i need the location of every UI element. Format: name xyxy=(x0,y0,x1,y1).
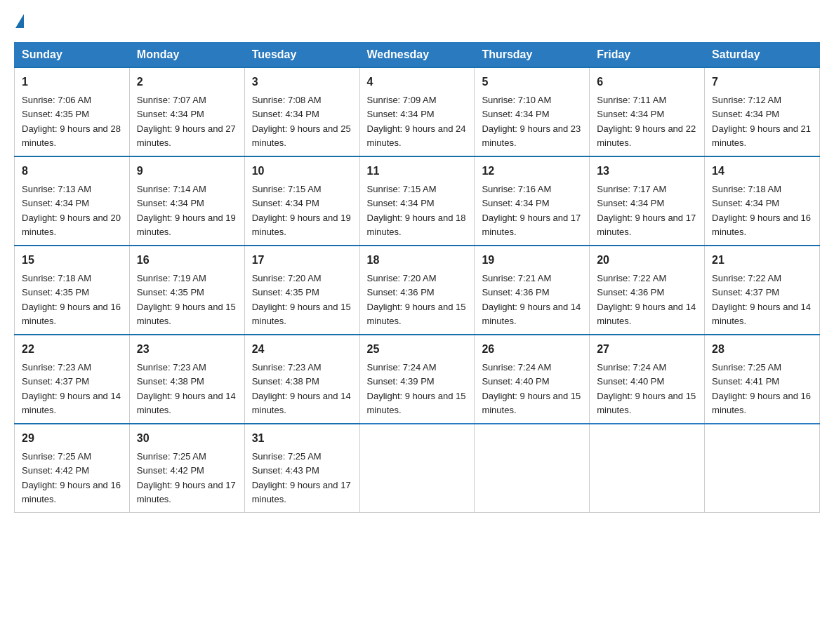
day-number: 17 xyxy=(252,252,352,269)
day-info: Sunrise: 7:25 AMSunset: 4:43 PMDaylight:… xyxy=(252,451,351,504)
week-row-4: 22Sunrise: 7:23 AMSunset: 4:37 PMDayligh… xyxy=(15,335,820,424)
day-cell-3: 3Sunrise: 7:08 AMSunset: 4:34 PMDaylight… xyxy=(244,67,359,156)
week-row-1: 1Sunrise: 7:06 AMSunset: 4:35 PMDaylight… xyxy=(15,67,820,156)
day-cell-17: 17Sunrise: 7:20 AMSunset: 4:35 PMDayligh… xyxy=(244,246,359,335)
day-info: Sunrise: 7:09 AMSunset: 4:34 PMDaylight:… xyxy=(367,95,466,148)
day-info: Sunrise: 7:18 AMSunset: 4:35 PMDaylight:… xyxy=(22,273,121,326)
day-number: 21 xyxy=(712,252,812,269)
day-cell-18: 18Sunrise: 7:20 AMSunset: 4:36 PMDayligh… xyxy=(359,246,475,335)
day-info: Sunrise: 7:22 AMSunset: 4:37 PMDaylight:… xyxy=(712,273,811,326)
day-cell-27: 27Sunrise: 7:24 AMSunset: 4:40 PMDayligh… xyxy=(590,335,705,424)
calendar-header-monday: Monday xyxy=(129,43,244,68)
day-number: 14 xyxy=(712,163,812,180)
day-cell-15: 15Sunrise: 7:18 AMSunset: 4:35 PMDayligh… xyxy=(15,246,130,335)
day-info: Sunrise: 7:17 AMSunset: 4:34 PMDaylight:… xyxy=(597,184,696,237)
empty-cell xyxy=(475,424,590,513)
week-row-5: 29Sunrise: 7:25 AMSunset: 4:42 PMDayligh… xyxy=(15,424,820,513)
calendar-header-saturday: Saturday xyxy=(705,43,820,68)
day-cell-11: 11Sunrise: 7:15 AMSunset: 4:34 PMDayligh… xyxy=(359,156,475,246)
day-info: Sunrise: 7:25 AMSunset: 4:42 PMDaylight:… xyxy=(137,451,236,504)
day-number: 3 xyxy=(252,74,352,90)
calendar-header-tuesday: Tuesday xyxy=(244,43,359,68)
day-info: Sunrise: 7:24 AMSunset: 4:40 PMDaylight:… xyxy=(482,362,581,415)
calendar-header-wednesday: Wednesday xyxy=(359,43,475,68)
logo-triangle-icon xyxy=(15,14,24,28)
day-info: Sunrise: 7:15 AMSunset: 4:34 PMDaylight:… xyxy=(367,184,466,237)
empty-cell xyxy=(590,424,705,513)
day-info: Sunrise: 7:25 AMSunset: 4:42 PMDaylight:… xyxy=(22,451,121,504)
day-number: 31 xyxy=(252,430,352,447)
day-info: Sunrise: 7:08 AMSunset: 4:34 PMDaylight:… xyxy=(252,95,351,148)
day-number: 7 xyxy=(712,74,812,90)
day-number: 11 xyxy=(367,163,468,180)
day-number: 4 xyxy=(367,74,468,90)
day-number: 30 xyxy=(137,430,237,447)
day-number: 24 xyxy=(252,341,352,358)
day-info: Sunrise: 7:20 AMSunset: 4:36 PMDaylight:… xyxy=(367,273,466,326)
day-number: 8 xyxy=(22,163,122,180)
calendar-table: SundayMondayTuesdayWednesdayThursdayFrid… xyxy=(14,42,820,513)
day-cell-21: 21Sunrise: 7:22 AMSunset: 4:37 PMDayligh… xyxy=(705,246,820,335)
day-cell-8: 8Sunrise: 7:13 AMSunset: 4:34 PMDaylight… xyxy=(15,156,130,246)
day-info: Sunrise: 7:10 AMSunset: 4:34 PMDaylight:… xyxy=(482,95,581,148)
day-info: Sunrise: 7:18 AMSunset: 4:34 PMDaylight:… xyxy=(712,184,811,237)
page-header xyxy=(14,14,820,28)
day-number: 1 xyxy=(22,74,122,90)
day-info: Sunrise: 7:07 AMSunset: 4:34 PMDaylight:… xyxy=(137,95,236,148)
day-number: 29 xyxy=(22,430,122,447)
day-cell-26: 26Sunrise: 7:24 AMSunset: 4:40 PMDayligh… xyxy=(475,335,590,424)
day-info: Sunrise: 7:16 AMSunset: 4:34 PMDaylight:… xyxy=(482,184,581,237)
day-cell-29: 29Sunrise: 7:25 AMSunset: 4:42 PMDayligh… xyxy=(15,424,130,513)
day-number: 22 xyxy=(22,341,122,358)
day-cell-1: 1Sunrise: 7:06 AMSunset: 4:35 PMDaylight… xyxy=(15,67,130,156)
day-cell-14: 14Sunrise: 7:18 AMSunset: 4:34 PMDayligh… xyxy=(705,156,820,246)
week-row-3: 15Sunrise: 7:18 AMSunset: 4:35 PMDayligh… xyxy=(15,246,820,335)
day-cell-16: 16Sunrise: 7:19 AMSunset: 4:35 PMDayligh… xyxy=(129,246,244,335)
day-number: 10 xyxy=(252,163,352,180)
day-info: Sunrise: 7:22 AMSunset: 4:36 PMDaylight:… xyxy=(597,273,696,326)
calendar-header-row: SundayMondayTuesdayWednesdayThursdayFrid… xyxy=(15,43,820,68)
day-info: Sunrise: 7:13 AMSunset: 4:34 PMDaylight:… xyxy=(22,184,121,237)
day-cell-23: 23Sunrise: 7:23 AMSunset: 4:38 PMDayligh… xyxy=(129,335,244,424)
day-cell-6: 6Sunrise: 7:11 AMSunset: 4:34 PMDaylight… xyxy=(590,67,705,156)
day-info: Sunrise: 7:19 AMSunset: 4:35 PMDaylight:… xyxy=(137,273,236,326)
day-info: Sunrise: 7:15 AMSunset: 4:34 PMDaylight:… xyxy=(252,184,351,237)
day-number: 23 xyxy=(137,341,237,358)
day-info: Sunrise: 7:23 AMSunset: 4:38 PMDaylight:… xyxy=(252,362,351,415)
empty-cell xyxy=(705,424,820,513)
day-number: 26 xyxy=(482,341,582,358)
day-cell-7: 7Sunrise: 7:12 AMSunset: 4:34 PMDaylight… xyxy=(705,67,820,156)
day-cell-20: 20Sunrise: 7:22 AMSunset: 4:36 PMDayligh… xyxy=(590,246,705,335)
day-cell-10: 10Sunrise: 7:15 AMSunset: 4:34 PMDayligh… xyxy=(244,156,359,246)
day-info: Sunrise: 7:23 AMSunset: 4:38 PMDaylight:… xyxy=(137,362,236,415)
day-cell-28: 28Sunrise: 7:25 AMSunset: 4:41 PMDayligh… xyxy=(705,335,820,424)
day-cell-5: 5Sunrise: 7:10 AMSunset: 4:34 PMDaylight… xyxy=(475,67,590,156)
day-info: Sunrise: 7:25 AMSunset: 4:41 PMDaylight:… xyxy=(712,362,811,415)
day-number: 2 xyxy=(137,74,237,90)
day-number: 15 xyxy=(22,252,122,269)
day-number: 18 xyxy=(367,252,468,269)
calendar-header-thursday: Thursday xyxy=(475,43,590,68)
day-number: 13 xyxy=(597,163,697,180)
day-cell-4: 4Sunrise: 7:09 AMSunset: 4:34 PMDaylight… xyxy=(359,67,475,156)
day-info: Sunrise: 7:20 AMSunset: 4:35 PMDaylight:… xyxy=(252,273,351,326)
week-row-2: 8Sunrise: 7:13 AMSunset: 4:34 PMDaylight… xyxy=(15,156,820,246)
day-cell-13: 13Sunrise: 7:17 AMSunset: 4:34 PMDayligh… xyxy=(590,156,705,246)
day-info: Sunrise: 7:14 AMSunset: 4:34 PMDaylight:… xyxy=(137,184,236,237)
day-cell-25: 25Sunrise: 7:24 AMSunset: 4:39 PMDayligh… xyxy=(359,335,475,424)
day-cell-19: 19Sunrise: 7:21 AMSunset: 4:36 PMDayligh… xyxy=(475,246,590,335)
day-cell-30: 30Sunrise: 7:25 AMSunset: 4:42 PMDayligh… xyxy=(129,424,244,513)
day-info: Sunrise: 7:12 AMSunset: 4:34 PMDaylight:… xyxy=(712,95,811,148)
day-info: Sunrise: 7:21 AMSunset: 4:36 PMDaylight:… xyxy=(482,273,581,326)
empty-cell xyxy=(359,424,475,513)
day-info: Sunrise: 7:24 AMSunset: 4:40 PMDaylight:… xyxy=(597,362,696,415)
day-number: 20 xyxy=(597,252,697,269)
day-number: 9 xyxy=(137,163,237,180)
day-cell-2: 2Sunrise: 7:07 AMSunset: 4:34 PMDaylight… xyxy=(129,67,244,156)
day-number: 19 xyxy=(482,252,582,269)
day-cell-22: 22Sunrise: 7:23 AMSunset: 4:37 PMDayligh… xyxy=(15,335,130,424)
logo xyxy=(14,14,24,28)
calendar-header-friday: Friday xyxy=(590,43,705,68)
calendar-header-sunday: Sunday xyxy=(15,43,130,68)
day-info: Sunrise: 7:11 AMSunset: 4:34 PMDaylight:… xyxy=(597,95,696,148)
